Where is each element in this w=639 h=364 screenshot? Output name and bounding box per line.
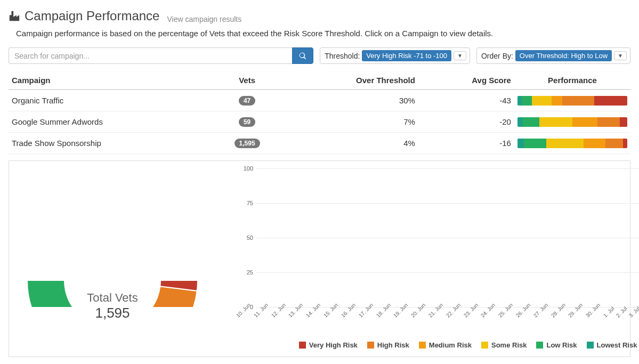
orderby-label: Order By:: [480, 52, 515, 60]
search-button[interactable]: [292, 47, 313, 64]
campaign-name: Organic Traffic: [9, 90, 214, 111]
legend-item[interactable]: Low Risk: [536, 341, 577, 349]
legend-label: Medium Risk: [429, 341, 472, 349]
orderby-selector[interactable]: Order By: Over Threshold: High to Low ▼: [476, 47, 630, 64]
table-row[interactable]: Organic Traffic4730%-43: [9, 90, 630, 111]
legend-swatch: [367, 342, 374, 349]
page-subtitle: View campaign results: [167, 15, 241, 23]
over-threshold: 4%: [281, 133, 418, 154]
chevron-down-icon[interactable]: ▼: [454, 51, 466, 60]
legend-item[interactable]: Lowest Risk: [587, 341, 637, 349]
threshold-label: Threshold:: [323, 52, 362, 60]
donut-total-value: 1,595: [87, 305, 137, 321]
campaign-table: Campaign Vets Over Threshold Avg Score P…: [9, 71, 630, 154]
legend-item[interactable]: Some Risk: [481, 341, 527, 349]
col-vets[interactable]: Vets: [214, 71, 281, 90]
stacked-bar-chart: 0255075100 10. Jun11. Jun12. Jun13. Jun1…: [214, 168, 639, 349]
donut-total-label: Total Vets: [87, 291, 137, 305]
performance-bar: [517, 139, 627, 148]
donut-chart: Total Vets 1,595: [17, 168, 208, 349]
legend-label: Some Risk: [491, 341, 527, 349]
donut-slice[interactable]: [27, 280, 75, 307]
factory-icon: [9, 10, 20, 22]
col-perf[interactable]: Performance: [514, 71, 630, 90]
avg-score: -43: [418, 90, 514, 111]
gridline: [256, 168, 639, 169]
legend-swatch: [299, 342, 306, 349]
y-tick: 50: [247, 234, 253, 241]
search-input[interactable]: [9, 47, 292, 64]
legend-swatch: [536, 342, 543, 349]
y-tick: 75: [247, 200, 253, 206]
col-over[interactable]: Over Threshold: [281, 71, 418, 90]
performance-bar: [517, 117, 627, 127]
y-tick: 100: [244, 165, 253, 172]
vets-badge: 59: [239, 117, 255, 127]
vets-badge: 47: [239, 96, 255, 106]
chevron-down-icon[interactable]: ▼: [614, 51, 627, 60]
legend-label: Lowest Risk: [597, 341, 637, 349]
legend-item[interactable]: Very High Risk: [299, 341, 358, 349]
table-row[interactable]: Google Summer Adwords597%-20: [9, 111, 630, 133]
y-tick: 25: [247, 269, 253, 276]
search-icon: [299, 52, 306, 60]
legend-swatch: [587, 342, 594, 349]
col-campaign[interactable]: Campaign: [9, 71, 214, 90]
avg-score: -16: [418, 133, 514, 154]
threshold-value: Very High Risk -71 to -100: [362, 50, 451, 61]
col-avg[interactable]: Avg Score: [418, 71, 514, 90]
gridline: [256, 238, 639, 238]
gridline: [256, 203, 639, 204]
legend-item[interactable]: High Risk: [367, 341, 409, 349]
page-title: Campaign Performance: [9, 9, 159, 23]
gridline: [256, 272, 639, 273]
vets-badge: 1,595: [234, 139, 260, 148]
avg-score: -20: [418, 111, 514, 133]
over-threshold: 30%: [281, 90, 418, 111]
threshold-selector[interactable]: Threshold: Very High Risk -71 to -100 ▼: [320, 47, 470, 64]
legend-label: High Risk: [377, 341, 409, 349]
search-group: [9, 47, 313, 64]
legend-label: Very High Risk: [309, 341, 358, 349]
orderby-value: Over Threshold: High to Low: [515, 50, 612, 61]
intro-text: Campaign performance is based on the per…: [16, 29, 630, 38]
campaign-name: Google Summer Adwords: [9, 111, 214, 133]
over-threshold: 7%: [281, 111, 418, 133]
table-row[interactable]: Trade Show Sponsorship1,5954%-16: [9, 133, 630, 154]
charts-panel: Total Vets 1,595 0255075100 10. Jun11. J…: [9, 160, 630, 357]
legend-label: Low Risk: [546, 341, 577, 349]
legend-swatch: [419, 342, 426, 349]
performance-bar: [517, 96, 627, 106]
legend-item[interactable]: Medium Risk: [419, 341, 472, 349]
campaign-name: Trade Show Sponsorship: [9, 133, 214, 154]
legend-swatch: [481, 342, 488, 349]
